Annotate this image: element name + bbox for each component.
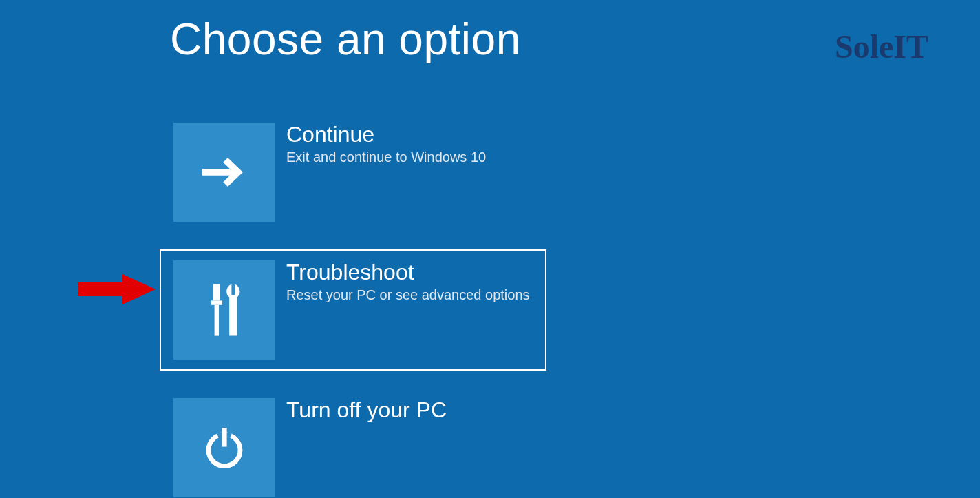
svg-rect-3: [231, 283, 235, 295]
svg-rect-0: [213, 284, 220, 300]
arrow-right-icon: [173, 123, 275, 222]
troubleshoot-description: Reset your PC or see advanced options: [286, 287, 530, 303]
svg-marker-7: [78, 274, 156, 304]
svg-rect-6: [222, 428, 226, 446]
annotation-arrow-icon: [74, 272, 157, 309]
options-list: Continue Exit and continue to Windows 10…: [160, 112, 546, 498]
turnoff-title: Turn off your PC: [286, 398, 447, 422]
svg-rect-1: [211, 300, 222, 304]
power-icon: [173, 398, 275, 497]
page-title: Choose an option: [170, 14, 521, 65]
watermark-text: SoleIT: [835, 28, 928, 65]
troubleshoot-title: Troubleshoot: [286, 260, 530, 284]
svg-rect-2: [215, 305, 219, 336]
continue-description: Exit and continue to Windows 10: [286, 149, 486, 165]
continue-title: Continue: [286, 123, 486, 147]
tools-icon: [173, 260, 275, 360]
turnoff-option[interactable]: Turn off your PC: [160, 387, 546, 498]
troubleshoot-option[interactable]: Troubleshoot Reset your PC or see advanc…: [160, 249, 546, 371]
continue-option[interactable]: Continue Exit and continue to Windows 10: [160, 112, 546, 233]
